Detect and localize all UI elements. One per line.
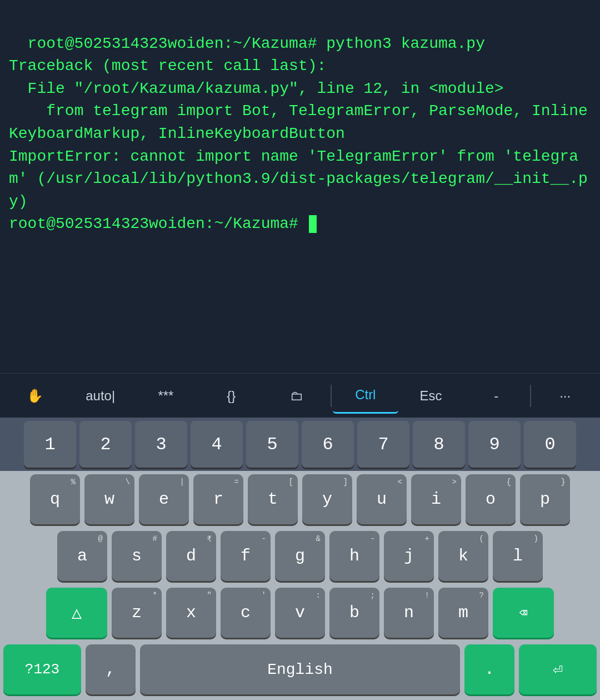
key-t[interactable]: t[	[248, 474, 298, 524]
key-9[interactable]: 9	[468, 421, 521, 468]
comma-key[interactable]: ,	[86, 644, 136, 694]
key-3[interactable]: 3	[135, 421, 187, 468]
more-icon: ···	[559, 388, 571, 404]
z-row: △ z* x" c' v: b; n! m? ⌫	[0, 584, 600, 641]
a-row: a@ s# d₹ f- g& h- j+ k( l)	[0, 528, 600, 584]
key-z[interactable]: z*	[112, 588, 162, 638]
number-row: 1 2 3 4 5 6 7 8 9 0	[0, 418, 600, 471]
shift-key[interactable]: △	[46, 588, 107, 638]
toolbar-more-button[interactable]: ···	[532, 378, 598, 414]
toolbar-auto-label: auto|	[86, 388, 115, 404]
toolbar: ✋ auto| *** {} 🗀 Ctrl Esc - ···	[0, 373, 600, 418]
space-key[interactable]: English	[140, 644, 460, 694]
key-1[interactable]: 1	[24, 421, 76, 468]
key-h[interactable]: h-	[329, 531, 379, 581]
key-w[interactable]: w\	[84, 474, 134, 524]
toolbar-ctrl-button[interactable]: Ctrl	[333, 378, 398, 414]
toolbar-esc-label: Esc	[420, 388, 442, 404]
key-u[interactable]: u<	[357, 474, 407, 524]
key-c[interactable]: c'	[221, 588, 271, 638]
enter-key[interactable]: ⏎	[519, 644, 597, 694]
keyboard: 1 2 3 4 5 6 7 8 9 0 q% w\ e| r= t[ y] u<…	[0, 418, 600, 700]
key-g[interactable]: g&	[275, 531, 325, 581]
dot-key[interactable]: .	[464, 644, 514, 694]
key-i[interactable]: i>	[411, 474, 461, 524]
toolbar-dash-label: -	[494, 388, 498, 404]
key-7[interactable]: 7	[357, 421, 409, 468]
key-e[interactable]: e|	[139, 474, 189, 524]
toolbar-dash-button[interactable]: -	[463, 378, 529, 414]
toolbar-braces-button[interactable]: {}	[198, 378, 264, 414]
key-k[interactable]: k(	[438, 531, 488, 581]
terminal-cursor	[309, 215, 317, 233]
touch-icon: ✋	[27, 388, 43, 404]
key-f[interactable]: f-	[221, 531, 271, 581]
toolbar-asterisks-button[interactable]: ***	[133, 378, 199, 414]
key-q[interactable]: q%	[30, 474, 80, 524]
key-8[interactable]: 8	[413, 421, 465, 468]
numbers-switch-key[interactable]: ?123	[3, 644, 81, 694]
key-m[interactable]: m?	[438, 588, 488, 638]
terminal-output: root@5025314323woiden:~/Kazuma# python3 …	[0, 0, 600, 373]
toolbar-ctrl-label: Ctrl	[355, 387, 376, 403]
key-a[interactable]: a@	[57, 531, 107, 581]
key-j[interactable]: j+	[384, 531, 434, 581]
key-r[interactable]: r=	[193, 474, 243, 524]
toolbar-touch-button[interactable]: ✋	[2, 378, 68, 414]
folder-icon: 🗀	[290, 388, 303, 404]
key-l[interactable]: l)	[493, 531, 543, 581]
key-x[interactable]: x"	[166, 588, 216, 638]
q-row: q% w\ e| r= t[ y] u< i> o{ p}	[0, 471, 600, 528]
toolbar-braces-label: {}	[227, 388, 236, 404]
key-y[interactable]: y]	[302, 474, 352, 524]
bottom-row: ?123 , English . ⏎	[0, 641, 600, 700]
backspace-key[interactable]: ⌫	[493, 588, 554, 638]
key-s[interactable]: s#	[112, 531, 162, 581]
key-n[interactable]: n!	[384, 588, 434, 638]
key-o[interactable]: o{	[466, 474, 516, 524]
key-6[interactable]: 6	[302, 421, 354, 468]
key-4[interactable]: 4	[191, 421, 243, 468]
toolbar-folder-button[interactable]: 🗀	[264, 378, 329, 414]
toolbar-auto-button[interactable]: auto|	[68, 378, 133, 414]
toolbar-esc-button[interactable]: Esc	[398, 378, 464, 414]
key-b[interactable]: b;	[329, 588, 379, 638]
key-2[interactable]: 2	[79, 421, 132, 468]
toolbar-separator-2	[530, 385, 531, 407]
terminal-line-1: root@5025314323woiden:~/Kazuma# python3 …	[9, 35, 588, 233]
key-v[interactable]: v:	[275, 588, 325, 638]
key-5[interactable]: 5	[246, 421, 298, 468]
key-d[interactable]: d₹	[166, 531, 216, 581]
key-p[interactable]: p}	[520, 474, 570, 524]
toolbar-separator	[331, 385, 332, 407]
key-0[interactable]: 0	[524, 421, 576, 468]
toolbar-asterisks-label: ***	[158, 388, 173, 404]
